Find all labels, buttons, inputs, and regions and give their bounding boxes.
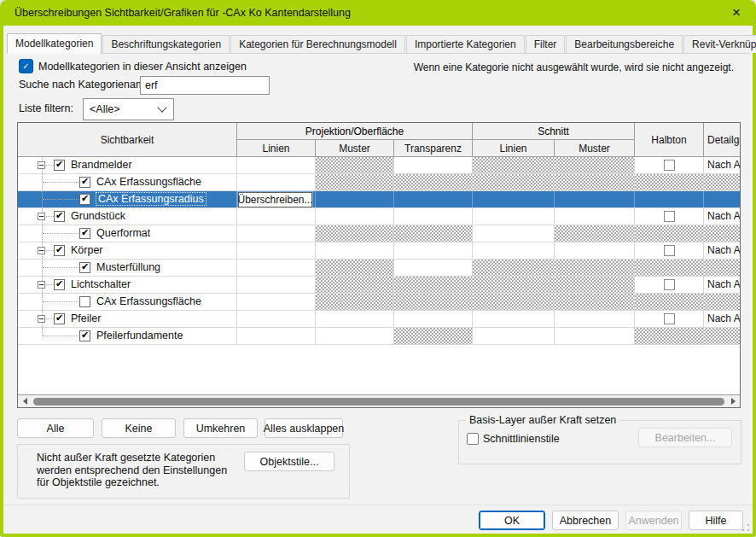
anwenden-button[interactable]: Anwenden: [625, 511, 682, 530]
halbton-checkbox[interactable]: [664, 279, 675, 290]
cell-projektion-linien[interactable]: [237, 277, 316, 293]
cell-transparenz[interactable]: [394, 225, 473, 242]
cell-schnitt-linien[interactable]: [473, 191, 555, 207]
category-visibility-checkbox[interactable]: [54, 313, 65, 324]
cell-projektion-linien[interactable]: [237, 260, 316, 276]
halbton-checkbox[interactable]: [664, 160, 675, 171]
cell-halbton[interactable]: [635, 191, 704, 207]
cell-transparenz[interactable]: [394, 311, 473, 327]
cell-projektion-muster[interactable]: [316, 191, 394, 207]
cell-detailgrad[interactable]: [704, 260, 740, 276]
cell-projektion-muster[interactable]: [316, 311, 394, 327]
cell-transparenz[interactable]: [394, 242, 473, 259]
cell-schnitt-linien[interactable]: [473, 277, 555, 293]
category-visibility-checkbox[interactable]: [54, 245, 65, 256]
cell-projektion-muster[interactable]: [316, 242, 394, 259]
cell-projektion-linien[interactable]: [237, 294, 316, 310]
category-visibility-checkbox[interactable]: [79, 262, 90, 273]
cell-detailgrad[interactable]: [704, 174, 740, 190]
cell-projektion-linien[interactable]: [237, 225, 316, 242]
cell-schnitt-linien[interactable]: [473, 311, 555, 327]
alles-ausklappen-button[interactable]: Alles ausklappen: [265, 418, 343, 438]
header-sichtbarkeit[interactable]: Sichtbarkeit: [18, 123, 237, 156]
cell-detailgrad[interactable]: Nach Ansicht: [704, 157, 740, 173]
cell-transparenz[interactable]: [394, 174, 473, 190]
header-detailgrad[interactable]: Detailgrad: [704, 123, 740, 156]
header-schnitt[interactable]: Schnitt: [473, 123, 635, 140]
cell-schnitt-muster[interactable]: [555, 242, 635, 259]
cell-detailgrad[interactable]: Nach Ansicht: [704, 311, 740, 327]
cell-schnitt-muster[interactable]: [555, 328, 635, 344]
table-row[interactable]: Querformat: [18, 225, 740, 242]
objektstile-button[interactable]: Objektstile...: [244, 452, 334, 471]
scroll-left-button[interactable]: [18, 395, 32, 407]
tab-beschriftungskategorien[interactable]: Beschriftungskategorien: [102, 35, 230, 53]
category-visibility-checkbox[interactable]: [54, 211, 65, 222]
category-name-cell[interactable]: CAx Erfassungsfläche: [18, 294, 237, 310]
cell-projektion-linien[interactable]: [237, 311, 316, 327]
cell-projektion-linien[interactable]: [237, 174, 316, 190]
keine-button[interactable]: Keine: [102, 418, 176, 438]
resize-grip-icon[interactable]: [741, 522, 751, 533]
cell-schnitt-muster[interactable]: [555, 277, 635, 293]
cell-detailgrad[interactable]: Nach Ansicht: [704, 208, 740, 225]
category-visibility-checkbox[interactable]: [79, 296, 90, 307]
cell-detailgrad[interactable]: [704, 294, 740, 310]
tab-importierte-kategorien[interactable]: Importierte Kategorien: [406, 35, 525, 53]
ueberschreiben-button[interactable]: Überschreiben...: [238, 192, 312, 207]
cell-halbton[interactable]: [635, 208, 704, 225]
category-visibility-checkbox[interactable]: [79, 330, 90, 341]
category-visibility-checkbox[interactable]: [79, 228, 90, 239]
cell-projektion-muster[interactable]: [316, 174, 394, 190]
header-linien[interactable]: Linien: [237, 140, 316, 156]
header-transparenz[interactable]: Transparenz: [394, 140, 473, 156]
category-visibility-checkbox[interactable]: [79, 177, 90, 188]
cell-projektion-linien[interactable]: [237, 242, 316, 259]
category-name-cell[interactable]: CAx Erfassungsradius: [18, 191, 237, 207]
tab-modellkategorien[interactable]: Modellkategorien: [7, 33, 102, 54]
category-visibility-checkbox[interactable]: [79, 194, 90, 205]
header-schnitt-muster[interactable]: Muster: [555, 140, 635, 156]
cell-halbton[interactable]: [635, 294, 704, 310]
category-name-cell[interactable]: Körper: [18, 242, 237, 259]
header-projektion[interactable]: Projektion/Oberfläche: [237, 123, 473, 140]
category-name-cell[interactable]: Brandmelder: [18, 157, 237, 173]
cell-projektion-muster[interactable]: [316, 208, 394, 225]
hilfe-button[interactable]: Hilfe: [689, 511, 743, 530]
cell-transparenz[interactable]: [394, 208, 473, 225]
cell-halbton[interactable]: [635, 225, 704, 242]
cell-detailgrad[interactable]: [704, 328, 740, 344]
cell-detailgrad[interactable]: [704, 225, 740, 242]
cell-schnitt-linien[interactable]: [473, 174, 555, 190]
table-row[interactable]: CAx Erfassungsfläche: [18, 174, 740, 191]
cell-schnitt-muster[interactable]: [555, 311, 635, 327]
header-muster[interactable]: Muster: [316, 140, 394, 156]
cell-schnitt-linien[interactable]: [473, 260, 555, 276]
collapse-icon[interactable]: [38, 161, 45, 169]
cell-schnitt-linien[interactable]: [473, 208, 555, 225]
cell-schnitt-muster[interactable]: [555, 294, 635, 310]
table-row[interactable]: PfeilerNach Ansicht: [18, 311, 740, 328]
category-name-cell[interactable]: Querformat: [18, 225, 237, 242]
header-schnitt-linien[interactable]: Linien: [473, 140, 555, 156]
ok-button[interactable]: OK: [479, 511, 545, 530]
cell-schnitt-linien[interactable]: [473, 225, 555, 242]
cell-schnitt-linien[interactable]: [473, 157, 555, 173]
cell-projektion-muster[interactable]: [316, 328, 394, 344]
cell-transparenz[interactable]: [394, 191, 473, 207]
cell-transparenz[interactable]: [394, 277, 473, 293]
cell-detailgrad[interactable]: [704, 191, 740, 207]
tab-filter[interactable]: Filter: [526, 35, 566, 53]
collapse-icon[interactable]: [38, 315, 45, 323]
cell-halbton[interactable]: [635, 242, 704, 259]
collapse-icon[interactable]: [38, 247, 45, 254]
tab-bearbeitungsbereiche[interactable]: Bearbeitungsbereiche: [566, 35, 683, 53]
abbrechen-button[interactable]: Abbrechen: [552, 511, 619, 530]
collapse-icon[interactable]: [38, 213, 45, 220]
cell-projektion-linien[interactable]: [237, 208, 316, 225]
cell-halbton[interactable]: [635, 277, 704, 293]
close-button[interactable]: ×: [722, 2, 751, 24]
cell-detailgrad[interactable]: Nach Ansicht: [704, 242, 740, 259]
category-visibility-checkbox[interactable]: [54, 160, 65, 171]
category-name-cell[interactable]: Musterfüllung: [18, 260, 237, 276]
